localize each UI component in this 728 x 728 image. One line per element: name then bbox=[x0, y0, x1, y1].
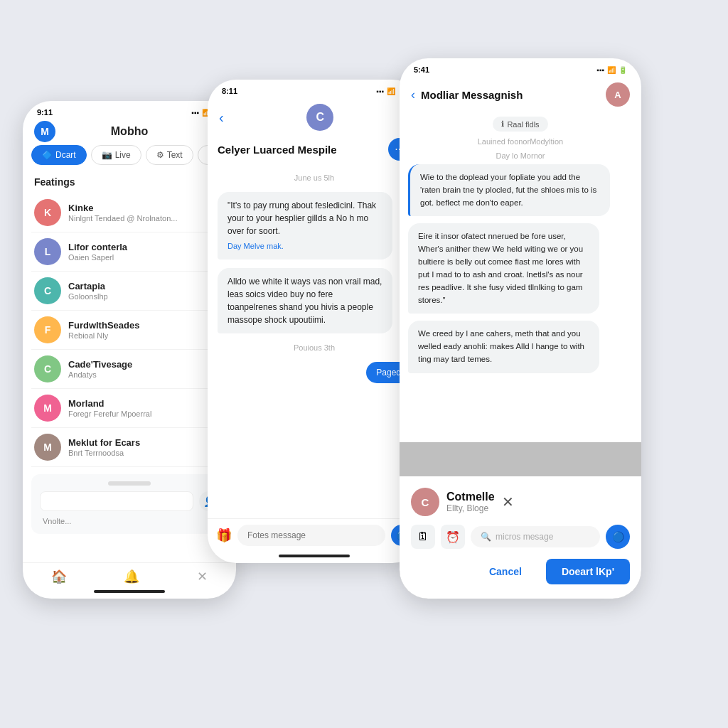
contact-info: Lifor conterla Oaien Saperl bbox=[68, 242, 203, 262]
contact-list: K Kinke Ninlgnt Tendaed @ Nrolnaton... ✓… bbox=[23, 193, 236, 467]
message-bubble-received: Eire it insor ofatect nnerued be fore us… bbox=[408, 223, 599, 314]
message-row: Wie to the doplead your fopliate you add… bbox=[408, 164, 633, 216]
message-text: "It's to pay rrung about fesledicinl. Th… bbox=[228, 200, 376, 236]
system-sub-2: Day lo Mornor bbox=[400, 150, 641, 164]
chat-avatar-3: A bbox=[606, 82, 630, 107]
tab-text-icon: ⚙ bbox=[156, 150, 164, 160]
cancel-button[interactable]: Cancel bbox=[473, 559, 537, 584]
contact-info: Cade'Tivesage Andatys bbox=[68, 359, 203, 379]
message-link[interactable]: Day Melve mak. bbox=[228, 240, 382, 252]
modal-input-row: 🗓 ⏰ 🔍 micros mesage 🔵 bbox=[411, 525, 630, 549]
contact-name: Cartapia bbox=[68, 281, 203, 291]
modal-clock-button[interactable]: ⏰ bbox=[441, 525, 465, 549]
status-bar-3: 5:41 ▪▪▪ 📶 🔋 bbox=[400, 58, 641, 77]
modal-avatar: C bbox=[411, 488, 439, 516]
modal-user-sub: Ellty, Bloge bbox=[446, 503, 495, 513]
phone-1: 9:11 ▪▪▪ 📶 🔋 M Mobho 🔷 Dcart 📷 bbox=[23, 101, 236, 599]
message-text: We creed by l ane cahers, meth that and … bbox=[418, 329, 584, 363]
list-item[interactable]: M Morland Foregr Ferefur Mpoerral ✓ bbox=[31, 389, 228, 428]
avatar: M bbox=[34, 395, 61, 422]
section-title-1: Featings bbox=[23, 172, 236, 193]
system-badge-text: Raal fldls bbox=[507, 120, 539, 129]
gif-icon[interactable]: 🎁 bbox=[216, 528, 232, 543]
contact-info: FurdwlthSeades Rebioal Nly bbox=[68, 320, 203, 340]
contact-info: Morland Foregr Ferefur Mpoerral bbox=[68, 398, 203, 418]
modal-close-button[interactable]: ✕ bbox=[502, 493, 514, 510]
avatar: C bbox=[34, 277, 61, 304]
message-row: Eire it insor ofatect nnerued be fore us… bbox=[408, 223, 633, 314]
modal-user-name: Cotmelle bbox=[446, 491, 495, 503]
message-list-2: June us 5lh "It's to pay rrung about fes… bbox=[208, 168, 421, 395]
status-bar-1: 9:11 ▪▪▪ 📶 🔋 bbox=[23, 101, 236, 119]
back-button-3[interactable]: ‹ bbox=[411, 87, 415, 102]
avatar: C bbox=[34, 355, 61, 382]
tab-dcart[interactable]: 🔷 Dcart bbox=[31, 145, 87, 165]
wifi-icon-3: 📶 bbox=[607, 66, 616, 74]
modal-name-area: Cotmelle Ellty, Bloge bbox=[446, 491, 495, 513]
app-logo: M bbox=[34, 121, 55, 142]
modal-action-buttons: Cancel Doeart lKp' bbox=[411, 559, 630, 584]
modal-sheet: C Cotmelle Ellty, Bloge ✕ 🗓 ⏰ 🔍 micros m… bbox=[400, 476, 641, 599]
tab-text[interactable]: ⚙ Text bbox=[146, 145, 193, 165]
home-icon[interactable]: 🏠 bbox=[51, 569, 67, 584]
tab-live[interactable]: 📷 Live bbox=[91, 145, 141, 165]
list-item[interactable]: K Kinke Ninlgnt Tendaed @ Nrolnaton... ✓ bbox=[31, 193, 228, 232]
list-item[interactable]: C Cartapia Goloonslhp ✓ bbox=[31, 272, 228, 311]
tab-dcart-label: Dcart bbox=[55, 150, 76, 160]
list-item[interactable]: L Lifor conterla Oaien Saperl ✓ bbox=[31, 232, 228, 272]
list-item[interactable]: C Cade'Tivesage Andatys ✓ bbox=[31, 350, 228, 389]
message-bubble: Alldo we white it ways vas non vrail mad… bbox=[218, 268, 392, 333]
battery-icon-3: 🔋 bbox=[619, 66, 627, 74]
contact-sub: Foregr Ferefur Mpoerral bbox=[68, 410, 203, 418]
chat-header-2: ‹ C bbox=[208, 98, 421, 138]
bell-icon[interactable]: 🔔 bbox=[124, 569, 139, 584]
time-1: 9:11 bbox=[37, 108, 53, 117]
back-button-2[interactable]: ‹ bbox=[219, 109, 224, 126]
contact-name: Morland bbox=[68, 398, 203, 409]
contact-name: Meklut for Ecars bbox=[68, 437, 203, 448]
message-text: Eire it insor ofatect nnerued be fore us… bbox=[418, 232, 583, 304]
status-bar-2: 8:11 ▪▪▪ 📶 🔋 bbox=[208, 80, 421, 98]
contact-sub: Goloonslhp bbox=[68, 292, 203, 301]
time-3: 5:41 bbox=[414, 65, 429, 74]
chat-title-2: Celyer Luarced Mespile bbox=[218, 144, 388, 156]
contact-sub: Bnrt Terrnoodsa bbox=[68, 449, 203, 457]
confirm-button[interactable]: Doeart lKp' bbox=[546, 559, 630, 584]
contact-info: Cartapia Goloonslhp bbox=[68, 281, 203, 301]
list-item[interactable]: M Meklut for Ecars Bnrt Terrnoodsa ✓ bbox=[31, 428, 228, 467]
message-text: Wie to the doplead your fopliate you add… bbox=[420, 173, 596, 207]
contact-sub: Oaien Saperl bbox=[68, 253, 203, 262]
system-sub-1: Lauined foonorModyltion bbox=[400, 136, 641, 150]
chat-avatar-2: C bbox=[306, 104, 333, 131]
tab-dcart-icon: 🔷 bbox=[42, 150, 53, 160]
avatar: L bbox=[34, 238, 61, 265]
sent-message-wrap: Paged bbox=[218, 362, 411, 383]
system-message: ℹ Raal fldls bbox=[400, 112, 641, 136]
message-bubble-received-2: We creed by l ane cahers, meth that and … bbox=[408, 321, 599, 373]
modal-search-field[interactable]: 🔍 micros mesage bbox=[471, 526, 600, 547]
chat-header-3: ‹ Modliar Messagnish A bbox=[400, 77, 641, 112]
modal-header: C Cotmelle Ellty, Bloge ✕ bbox=[411, 488, 630, 516]
home-indicator-1 bbox=[94, 590, 165, 593]
date-divider-2: June us 5lh bbox=[208, 168, 421, 188]
phone-2: 8:11 ▪▪▪ 📶 🔋 ‹ C Celyer Luarced Mespile … bbox=[208, 80, 421, 563]
tab-live-label: Live bbox=[115, 150, 131, 160]
search-icon: 🔍 bbox=[481, 532, 491, 542]
avatar: F bbox=[34, 316, 61, 343]
contact-sub: Rebioal Nly bbox=[68, 331, 203, 340]
contact-info: Meklut for Ecars Bnrt Terrnoodsa bbox=[68, 437, 203, 457]
tab-bar-1: 🔷 Dcart 📷 Live ⚙ Text ▦ bbox=[23, 145, 236, 172]
wifi-icon-2: 📶 bbox=[387, 87, 395, 95]
app-title-1: Mobho bbox=[111, 125, 148, 138]
list-item[interactable]: F FurdwlthSeades Rebioal Nly ✓ bbox=[31, 311, 228, 350]
message-input-2[interactable] bbox=[237, 525, 385, 546]
modal-send-button[interactable]: 🔵 bbox=[606, 525, 630, 549]
avatar: M bbox=[34, 434, 61, 461]
message-bubble-sent: Wie to the doplead your fopliate you add… bbox=[408, 164, 610, 216]
contact-name: Cade'Tivesage bbox=[68, 359, 203, 370]
modal-calendar-button[interactable]: 🗓 bbox=[411, 525, 435, 549]
close-icon[interactable]: ✕ bbox=[197, 569, 208, 584]
signal-icon-3: ▪▪▪ bbox=[596, 66, 604, 74]
message-bubble: "It's to pay rrung about fesledicinl. Th… bbox=[218, 192, 392, 259]
contact-info: Kinke Ninlgnt Tendaed @ Nrolnaton... bbox=[68, 203, 203, 223]
